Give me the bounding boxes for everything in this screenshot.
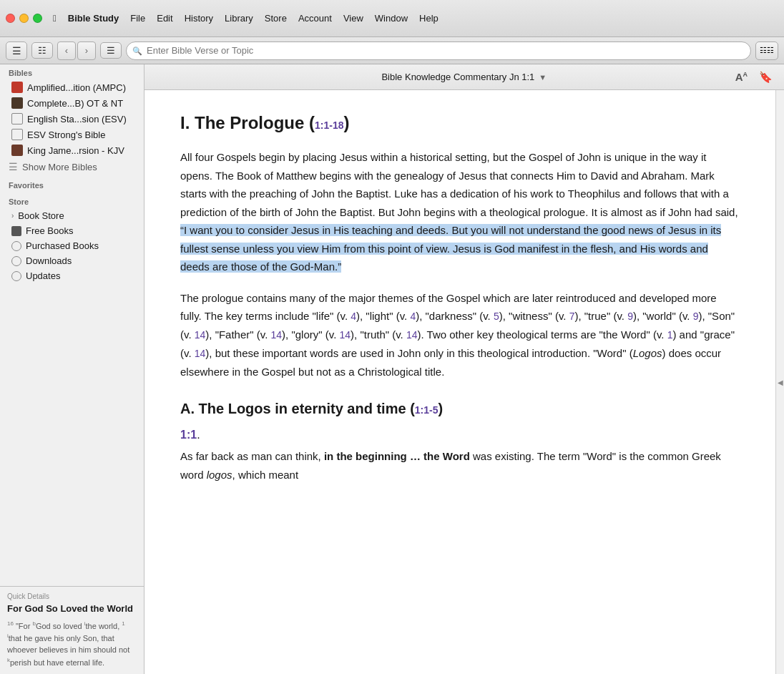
bible-icon-esv <box>11 113 23 124</box>
store-header: Store <box>0 192 144 208</box>
ref-4a[interactable]: 4 <box>351 311 356 322</box>
sidebar-item-purchasedbooks[interactable]: Purchased Books <box>0 238 144 253</box>
columns-toggle-button[interactable]: ☷ <box>31 42 53 59</box>
ref-9a[interactable]: 9 <box>627 311 633 322</box>
show-more-bibles-button[interactable]: ☰ Show More Bibles <box>0 158 144 175</box>
account-menu[interactable]: Account <box>293 11 337 25</box>
menu-bar:  Bible Study File Edit History Library … <box>48 11 778 25</box>
minimize-button[interactable] <box>19 14 29 23</box>
content-header: Bible Knowledge Commentary Jn 1:1 ▼ AA 🔖 <box>144 64 784 90</box>
traffic-lights <box>6 14 42 23</box>
free-books-icon <box>11 226 21 236</box>
view-toggle-button[interactable]: ☷☷ <box>755 41 778 60</box>
ref-14b[interactable]: 14 <box>271 329 283 341</box>
freebooks-label: Free Books <box>26 225 73 236</box>
sidebar-item-kjv[interactable]: King Jame...rsion - KJV <box>0 142 144 158</box>
sidebar-item-updates[interactable]: Updates <box>0 268 144 283</box>
ref-7[interactable]: 7 <box>569 311 575 322</box>
titlebar:  Bible Study File Edit History Library … <box>0 0 784 37</box>
dropdown-arrow-icon[interactable]: ▼ <box>539 73 547 82</box>
search-wrapper: 🔍 <box>126 41 751 60</box>
sidebar-toggle-button[interactable]: ☰ <box>6 41 27 60</box>
maximize-button[interactable] <box>33 14 42 23</box>
collapse-icon: ◀ <box>778 378 783 386</box>
view-menu[interactable]: View <box>338 11 368 25</box>
ref-14c[interactable]: 14 <box>339 329 351 341</box>
logos-italic: Logos <box>633 347 662 359</box>
heading-verse-ref[interactable]: 1:1-18 <box>315 119 343 131</box>
list-icon: ☰ <box>9 161 18 172</box>
library-menu[interactable]: Library <box>220 11 258 25</box>
verse-number: 1:1. <box>180 429 740 441</box>
quick-details-panel: Quick Details For God So Loved the World… <box>0 586 144 674</box>
bible-icon-amplified <box>11 82 23 93</box>
logos-italic-2: logos <box>207 469 232 481</box>
sidebar-label-kjv: King Jame...rsion - KJV <box>27 145 124 156</box>
history-menu[interactable]: History <box>180 11 218 25</box>
ref-1[interactable]: 1 <box>667 329 673 341</box>
ref-14e[interactable]: 14 <box>195 348 206 359</box>
bookmark-button[interactable]: 🔖 <box>756 69 775 85</box>
heading-text-after: ) <box>343 113 349 132</box>
show-more-label: Show More Bibles <box>22 162 97 172</box>
apple-menu[interactable]:  <box>48 11 62 25</box>
help-menu[interactable]: Help <box>414 11 444 25</box>
search-input[interactable] <box>126 41 751 60</box>
window-menu[interactable]: Window <box>370 11 413 25</box>
sidebar-item-downloads[interactable]: Downloads <box>0 253 144 268</box>
ref-5[interactable]: 5 <box>494 311 499 322</box>
content-area: Bible Knowledge Commentary Jn 1:1 ▼ AA 🔖… <box>144 64 784 674</box>
sidebar-item-amplified[interactable]: Amplified...ition (AMPC) <box>0 79 144 95</box>
app-menu[interactable]: Bible Study <box>63 11 124 25</box>
section-heading-a: A. The Logos in eternity and time (1:1-5… <box>180 401 740 417</box>
bibles-header: Bibles <box>0 64 144 79</box>
sidebar-item-bookstore[interactable]: › Book Store <box>0 208 144 223</box>
book-title: Bible Knowledge Commentary Jn 1:1 <box>381 72 534 82</box>
ref-4b[interactable]: 4 <box>410 311 416 322</box>
verse-dot: . <box>197 429 200 441</box>
bible-icon-kjv <box>11 145 23 156</box>
sidebar-label-esv: English Sta...sion (ESV) <box>27 114 127 124</box>
heading-text-before: I. The Prologue ( <box>180 113 315 132</box>
purchased-books-icon <box>11 241 21 251</box>
close-button[interactable] <box>6 14 15 23</box>
bible-icon-esv-strongs <box>11 129 23 140</box>
updates-label: Updates <box>26 270 60 281</box>
ref-14a[interactable]: 14 <box>195 329 206 341</box>
toolbar: ☰ ☷ ‹ › ☰ 🔍 ☷☷ <box>0 37 784 64</box>
list-view-button[interactable]: ☰ <box>100 42 122 59</box>
verse-label: 1:1 <box>180 429 197 441</box>
paragraph-1: All four Gospels begin by placing Jesus … <box>180 148 740 276</box>
ref-14d[interactable]: 14 <box>406 329 418 341</box>
verse-text: As far back as man can think, in the beg… <box>180 447 740 484</box>
file-menu[interactable]: File <box>125 11 150 25</box>
sidebar-item-esv-strongs[interactable]: ESV Strong's Bible <box>0 127 144 142</box>
nav-buttons: ‹ › <box>57 41 96 60</box>
section-heading-ref[interactable]: 1:1-5 <box>415 404 438 416</box>
chevron-right-icon: › <box>11 212 14 220</box>
right-panel-handle[interactable]: ◀ <box>775 90 784 674</box>
sidebar-label-amplified: Amplified...ition (AMPC) <box>27 82 126 93</box>
back-button[interactable]: ‹ <box>57 41 76 60</box>
highlighted-text: “I want you to consider Jesus in His tea… <box>180 224 721 273</box>
store-menu[interactable]: Store <box>260 11 292 25</box>
sidebar-label-complete: Complete...B) OT & NT <box>27 98 123 109</box>
bible-icon-complete <box>11 97 23 109</box>
ref-9b[interactable]: 9 <box>693 311 699 322</box>
quick-details-header: Quick Details <box>7 592 137 600</box>
quick-details-text: 16 "For bGod so loved ithe world, 1 itha… <box>7 620 137 668</box>
downloads-icon <box>11 256 21 266</box>
quick-details-title: For God So Loved the World <box>7 603 137 615</box>
edit-menu[interactable]: Edit <box>152 11 177 25</box>
paragraph-2: The prologue contains many of the major … <box>180 289 740 381</box>
sidebar-item-freebooks[interactable]: Free Books <box>0 223 144 238</box>
purchasedbooks-label: Purchased Books <box>26 240 99 251</box>
reading-area[interactable]: I. The Prologue (1:1-18) All four Gospel… <box>144 90 775 674</box>
sidebar-item-esv[interactable]: English Sta...sion (ESV) <box>0 111 144 127</box>
chapter-heading: I. The Prologue (1:1-18) <box>180 112 740 134</box>
downloads-label: Downloads <box>26 255 72 266</box>
forward-button[interactable]: › <box>77 41 96 60</box>
sidebar-label-esv-strongs: ESV Strong's Bible <box>27 130 105 140</box>
font-size-button[interactable]: AA <box>732 69 750 85</box>
sidebar-item-complete[interactable]: Complete...B) OT & NT <box>0 95 144 111</box>
